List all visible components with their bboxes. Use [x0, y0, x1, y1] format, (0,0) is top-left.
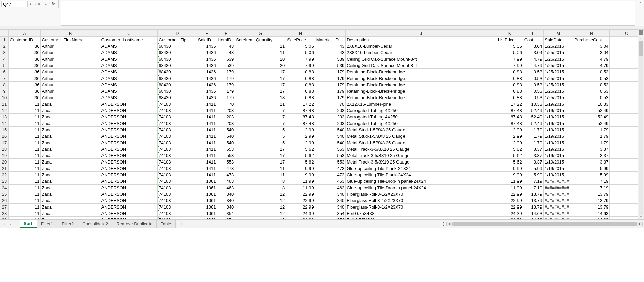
cell[interactable]: ANDERSON: [100, 107, 158, 114]
cell[interactable]: Arthur: [41, 56, 100, 62]
vscroll-track[interactable]: [639, 41, 643, 215]
cell[interactable]: Ceiling Grid Oak-Surface Mount-8-ft: [346, 62, 497, 69]
cell[interactable]: 36: [9, 75, 41, 82]
cell[interactable]: 473: [315, 172, 346, 178]
cell[interactable]: Zada: [41, 210, 100, 217]
row-header[interactable]: 3: [0, 49, 9, 56]
cell[interactable]: ##########: [544, 178, 573, 185]
row-header[interactable]: 5: [0, 62, 9, 69]
cell[interactable]: 540: [217, 133, 235, 139]
col-header-K[interactable]: K: [497, 30, 523, 37]
cell[interactable]: 74103: [158, 204, 197, 210]
cell[interactable]: 540: [217, 127, 235, 133]
cell[interactable]: ADAMS: [100, 88, 158, 94]
cell[interactable]: 74103: [158, 127, 197, 133]
cell[interactable]: 1/19/2015: [544, 152, 573, 159]
cell[interactable]: Metal Stud-1-5/8X8 25 Gauge: [346, 127, 497, 133]
cell[interactable]: 11: [9, 101, 41, 107]
cell[interactable]: ANDERSON: [100, 178, 158, 185]
cell[interactable]: Zada: [41, 172, 100, 178]
cell[interactable]: 3.04: [523, 43, 543, 49]
cell[interactable]: 11: [9, 127, 41, 133]
cell[interactable]: ADAMS: [100, 62, 158, 69]
cell[interactable]: 74103: [158, 152, 197, 159]
cell[interactable]: 5: [235, 133, 286, 139]
cell[interactable]: 11.99: [497, 178, 523, 185]
cell[interactable]: 13.79: [523, 197, 543, 204]
cell[interactable]: 1/19/2015: [544, 127, 573, 133]
row-header[interactable]: 13: [0, 114, 9, 120]
cell[interactable]: 340: [217, 204, 235, 210]
cell[interactable]: Arthur: [41, 62, 100, 69]
cell[interactable]: 553: [217, 159, 235, 165]
row-header[interactable]: 28: [0, 210, 9, 217]
cell[interactable]: ADAMS: [100, 43, 158, 49]
cell[interactable]: 7.99: [286, 62, 315, 69]
cell[interactable]: 1061: [197, 185, 217, 191]
cell[interactable]: ADAMS: [100, 69, 158, 75]
cell[interactable]: 2.99: [286, 139, 315, 146]
col-header-C[interactable]: C: [100, 30, 158, 37]
cell[interactable]: 13.79: [573, 204, 610, 210]
cell[interactable]: 1.79: [573, 127, 610, 133]
cell[interactable]: ANDERSON: [100, 159, 158, 165]
cell[interactable]: 7.19: [523, 178, 543, 185]
cell[interactable]: 0.53: [523, 94, 543, 101]
cell[interactable]: 0.88: [497, 69, 523, 75]
cell[interactable]: 1411: [197, 101, 217, 107]
header-cell[interactable]: Cost: [523, 37, 543, 43]
cell[interactable]: 203: [217, 120, 235, 127]
row-header[interactable]: 2: [0, 43, 9, 49]
cell[interactable]: 1436: [197, 75, 217, 82]
cell[interactable]: Zada: [41, 217, 100, 220]
row-header[interactable]: 15: [0, 127, 9, 133]
cell[interactable]: Zada: [41, 127, 100, 133]
cell[interactable]: 7.19: [573, 178, 610, 185]
cell[interactable]: 5.62: [497, 159, 523, 165]
cell[interactable]: 179: [217, 69, 235, 75]
cell[interactable]: 87.48: [286, 114, 315, 120]
insert-function-button[interactable]: fx: [50, 1, 57, 7]
cell[interactable]: Zada: [41, 107, 100, 114]
cell[interactable]: 8: [235, 178, 286, 185]
cell[interactable]: Retaining-Block-Breckenridge: [346, 82, 497, 88]
cell[interactable]: Corrogated-Tubing-4X250: [346, 114, 497, 120]
header-cell[interactable]: SaleItem_Quantity: [235, 37, 286, 43]
cell[interactable]: 12: [235, 217, 286, 220]
cell[interactable]: 11: [9, 165, 41, 172]
col-header-F[interactable]: F: [217, 30, 235, 37]
row-header[interactable]: 17: [0, 139, 9, 146]
cell[interactable]: 553: [217, 152, 235, 159]
cell[interactable]: 11: [235, 172, 286, 178]
cell[interactable]: Arthur: [41, 49, 100, 56]
cell[interactable]: 10.33: [573, 101, 610, 107]
cell[interactable]: Arthur: [41, 82, 100, 88]
cell[interactable]: 179: [217, 82, 235, 88]
cell[interactable]: ANDERSON: [100, 120, 158, 127]
row-header[interactable]: 12: [0, 107, 9, 114]
cell[interactable]: 1411: [197, 120, 217, 127]
cell[interactable]: 539: [315, 56, 346, 62]
cell[interactable]: 539: [315, 62, 346, 69]
cell[interactable]: 11.99: [286, 185, 315, 191]
cell[interactable]: Foil-0.75X4X8: [346, 210, 497, 217]
row-header[interactable]: 18: [0, 146, 9, 152]
cell[interactable]: 70: [217, 101, 235, 107]
cell[interactable]: 340: [315, 204, 346, 210]
cell[interactable]: ADAMS: [100, 94, 158, 101]
cell[interactable]: 87.48: [497, 120, 523, 127]
cell[interactable]: Zada: [41, 191, 100, 197]
cell[interactable]: ANDERSON: [100, 210, 158, 217]
cell[interactable]: 540: [315, 133, 346, 139]
cell[interactable]: 52.49: [523, 120, 543, 127]
vertical-scrollbar[interactable]: ▲ ▼: [638, 30, 644, 219]
cell[interactable]: ##########: [544, 210, 573, 217]
cell[interactable]: 5.06: [286, 49, 315, 56]
cell[interactable]: 17.22: [286, 101, 315, 107]
header-cell[interactable]: Customer_FirstName: [41, 37, 100, 43]
cell[interactable]: Metal Stud-1-5/8X8 25 Gauge: [346, 133, 497, 139]
cancel-formula-button[interactable]: ✕: [36, 1, 42, 7]
cell[interactable]: 0.53: [573, 94, 610, 101]
cell[interactable]: 1061: [197, 191, 217, 197]
cell[interactable]: 1/25/2015: [544, 94, 573, 101]
